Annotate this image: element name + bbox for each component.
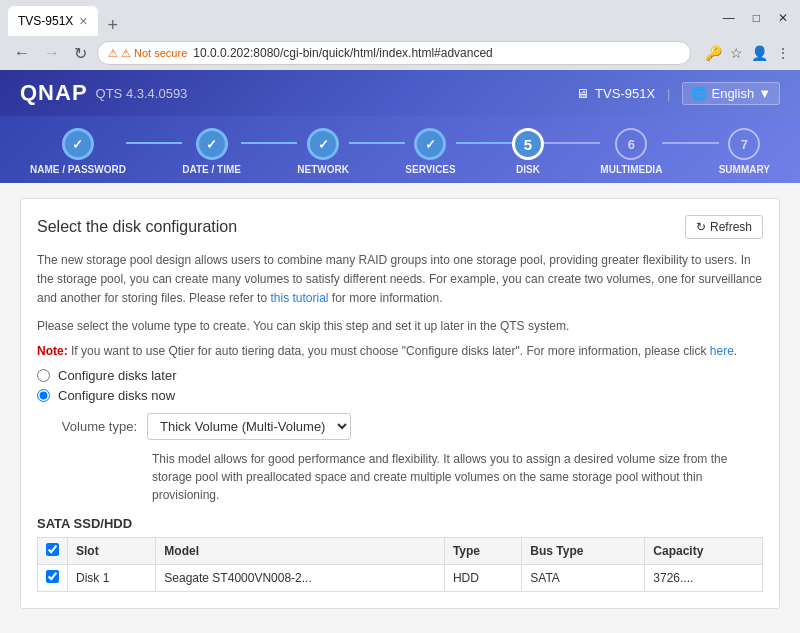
step-circle-6: 6: [615, 128, 647, 160]
step-network: ✓ NETWORK: [297, 128, 349, 175]
refresh-label: Refresh: [710, 220, 752, 234]
step-label-7: SUMMARY: [719, 164, 770, 175]
note-box: Note: If you want to use Qtier for auto …: [37, 344, 763, 358]
radio-later-label: Configure disks later: [58, 368, 177, 383]
disk1-checkbox[interactable]: [46, 570, 59, 583]
step-circle-7: 7: [728, 128, 760, 160]
connector-3-4: [349, 142, 405, 144]
globe-icon: 🌐: [691, 86, 707, 101]
qnap-logo: QNAP QTS 4.3.4.0593: [20, 80, 187, 106]
main-content: Select the disk configuration ↻ Refresh …: [0, 183, 800, 633]
col-check: [38, 537, 68, 564]
radio-configure-later[interactable]: Configure disks later: [37, 368, 763, 383]
connector-1-2: [126, 142, 182, 144]
step-circle-2: ✓: [196, 128, 228, 160]
account-button[interactable]: 👤: [751, 45, 768, 61]
browser-tab[interactable]: TVS-951X ×: [8, 6, 98, 36]
card-title: Select the disk configuration: [37, 218, 237, 236]
more-button[interactable]: ⋮: [776, 45, 790, 61]
disk-table: Slot Model Type Bus Type Capacity Disk 1…: [37, 537, 763, 592]
connector-2-3: [241, 142, 297, 144]
disk1-slot: Disk 1: [68, 564, 156, 591]
connector-6-7: [662, 142, 718, 144]
row-checkbox-cell: [38, 564, 68, 591]
step-circle-1: ✓: [62, 128, 94, 160]
forward-button[interactable]: →: [40, 42, 64, 64]
col-model: Model: [156, 537, 445, 564]
select-prompt: Please select the volume type to create.…: [37, 317, 763, 336]
warning-icon: ⚠: [108, 47, 118, 60]
col-capacity: Capacity: [645, 537, 763, 564]
tab-title: TVS-951X: [18, 14, 73, 28]
device-icon: 🖥: [576, 86, 589, 101]
disk1-model: Seagate ST4000VN008-2...: [156, 564, 445, 591]
step-multimedia: 6 MULTIMEDIA: [600, 128, 662, 175]
qts-version: QTS 4.3.4.0593: [96, 86, 188, 101]
url-bar[interactable]: ⚠ ⚠ Not secure 10.0.0.202:8080/cgi-bin/q…: [97, 41, 691, 65]
select-all-checkbox[interactable]: [46, 543, 59, 556]
disk1-capacity: 3726....: [645, 564, 763, 591]
header-right: 🖥 TVS-951X | 🌐 English ▼: [576, 82, 780, 105]
card-header: Select the disk configuration ↻ Refresh: [37, 215, 763, 239]
description-text: The new storage pool design allows users…: [37, 251, 763, 309]
content-card: Select the disk configuration ↻ Refresh …: [20, 198, 780, 609]
new-tab-button[interactable]: +: [102, 15, 125, 36]
radio-configure-now[interactable]: Configure disks now: [37, 388, 763, 403]
col-type: Type: [444, 537, 521, 564]
reload-button[interactable]: ↻: [70, 42, 91, 65]
header-separator: |: [667, 86, 670, 101]
browser-tab-bar: TVS-951X × + — □ ✕: [0, 0, 800, 36]
disk1-type: HDD: [444, 564, 521, 591]
security-warning: ⚠ ⚠ Not secure: [108, 47, 187, 60]
step-services: ✓ SERVICES: [405, 128, 455, 175]
step-summary: 7 SUMMARY: [719, 128, 770, 175]
radio-now-input[interactable]: [37, 389, 50, 402]
close-button[interactable]: ✕: [770, 8, 796, 28]
step-circle-3: ✓: [307, 128, 339, 160]
refresh-button[interactable]: ↻ Refresh: [685, 215, 763, 239]
note-link[interactable]: here: [710, 344, 734, 358]
language-label: English: [711, 86, 754, 101]
maximize-button[interactable]: □: [745, 8, 768, 28]
step-date-time: ✓ DATE / TIME: [182, 128, 241, 175]
col-bus-type: Bus Type: [522, 537, 645, 564]
step-circle-4: ✓: [414, 128, 446, 160]
bookmark-button[interactable]: ☆: [730, 45, 743, 61]
step-label-6: MULTIMEDIA: [600, 164, 662, 175]
radio-group: Configure disks later Configure disks no…: [37, 368, 763, 403]
device-info: 🖥 TVS-951X: [576, 86, 655, 101]
radio-later-input[interactable]: [37, 369, 50, 382]
app-header: QNAP QTS 4.3.4.0593 🖥 TVS-951X | 🌐 Engli…: [0, 70, 800, 116]
back-button[interactable]: ←: [10, 42, 34, 64]
step-circle-5: 5: [512, 128, 544, 160]
step-label-3: NETWORK: [297, 164, 349, 175]
volume-type-row: Volume type: Thick Volume (Multi-Volume)…: [37, 413, 763, 440]
sata-section-title: SATA SSD/HDD: [37, 516, 763, 531]
step-disk: 5 DISK: [512, 128, 544, 175]
col-slot: Slot: [68, 537, 156, 564]
tutorial-link[interactable]: this tutorial: [270, 291, 328, 305]
qnap-brand: QNAP: [20, 80, 88, 106]
key-button[interactable]: 🔑: [705, 45, 722, 61]
steps-container: ✓ NAME / PASSWORD ✓ DATE / TIME ✓ NETWOR…: [30, 128, 770, 175]
tab-close-button[interactable]: ×: [79, 13, 87, 29]
note-label: Note:: [37, 344, 68, 358]
device-name-text: TVS-951X: [595, 86, 655, 101]
radio-now-label: Configure disks now: [58, 388, 175, 403]
minimize-button[interactable]: —: [715, 8, 743, 28]
step-label-2: DATE / TIME: [182, 164, 241, 175]
step-name-password: ✓ NAME / PASSWORD: [30, 128, 126, 175]
url-text: 10.0.0.202:8080/cgi-bin/quick/html/index…: [193, 46, 680, 60]
table-row: Disk 1 Seagate ST4000VN008-2... HDD SATA…: [38, 564, 763, 591]
connector-4-5: [456, 142, 512, 144]
step-label-5: DISK: [516, 164, 540, 175]
language-selector[interactable]: 🌐 English ▼: [682, 82, 780, 105]
volume-description: This model allows for good performance a…: [152, 450, 763, 504]
chevron-down-icon: ▼: [758, 86, 771, 101]
address-bar: ← → ↻ ⚠ ⚠ Not secure 10.0.0.202:8080/cgi…: [0, 36, 800, 70]
volume-type-label: Volume type:: [37, 419, 137, 434]
table-header-row: Slot Model Type Bus Type Capacity: [38, 537, 763, 564]
volume-type-select[interactable]: Thick Volume (Multi-Volume) Thin Volume …: [147, 413, 351, 440]
disk1-bus-type: SATA: [522, 564, 645, 591]
refresh-icon: ↻: [696, 220, 706, 234]
